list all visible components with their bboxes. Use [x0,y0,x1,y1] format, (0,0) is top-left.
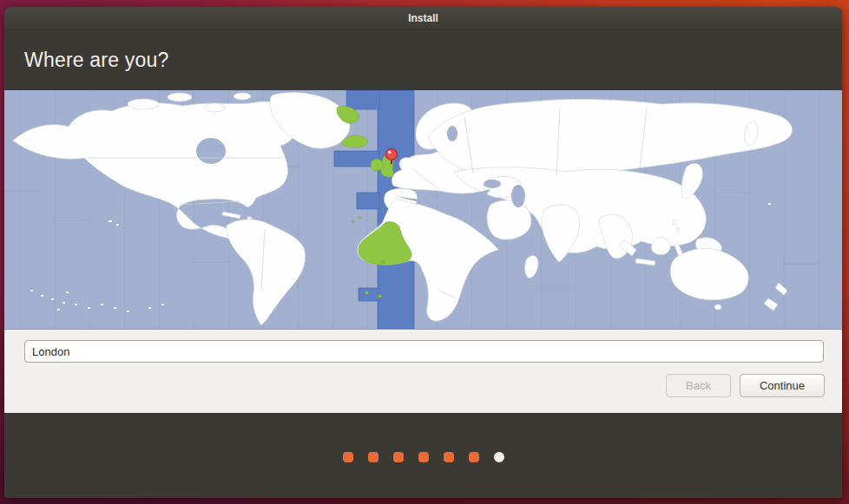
progress-dot [343,452,353,462]
continue-button[interactable]: Continue [740,374,825,397]
page-title: Where are you? [4,49,168,72]
progress-footer [4,413,842,497]
progress-dot [494,452,504,462]
progress-dot [368,452,378,462]
timezone-map-container [4,90,842,329]
window-title: Install [408,12,438,24]
button-row: Back Continue [666,374,825,397]
progress-dot [469,452,479,462]
form-panel: Back Continue [4,329,842,413]
progress-dot [444,452,454,462]
timezone-map[interactable] [4,90,842,329]
progress-dot [418,452,429,462]
page-header: Where are you? [4,29,842,90]
installer-window: Install Where are you? [4,7,842,498]
back-button[interactable]: Back [666,374,731,397]
progress-dot [393,452,404,462]
location-input[interactable] [24,340,824,363]
titlebar: Install [4,7,842,29]
